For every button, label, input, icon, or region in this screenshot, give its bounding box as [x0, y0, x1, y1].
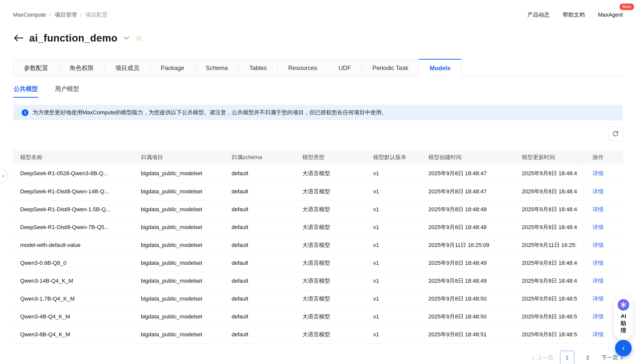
tab-udf[interactable]: UDF [328, 59, 362, 77]
model-schema: default [232, 183, 302, 200]
chevron-left-icon: ‹ [532, 354, 534, 361]
row-actions: 详情 [584, 254, 623, 272]
tab-models[interactable]: Models [419, 59, 461, 77]
breadcrumb-project-management[interactable]: 项目管理 [55, 11, 77, 19]
nav-maxagent[interactable]: MaxAgent [598, 12, 623, 18]
detail-link[interactable]: 详情 [593, 206, 604, 212]
model-name: Qwen3-4B-Q4_K_M [13, 308, 141, 325]
model-type: 大语言模型 [302, 290, 373, 308]
col-updated-time: 模型更新时间 [522, 150, 584, 165]
next-page-label: 下一页 [601, 354, 618, 361]
model-schema: default [232, 308, 302, 325]
nav-help-docs[interactable]: 帮助文档 [563, 11, 585, 19]
table-row: Qwen3-8B-Q4_K_M bigdata_public_modelset … [13, 325, 623, 343]
detail-link[interactable]: 详情 [593, 188, 604, 195]
tab-param-config[interactable]: 参数配置 [13, 59, 59, 77]
subtab-user-models[interactable]: 用户模型 [54, 83, 80, 98]
model-name: DeepSeek-R1-Distill-Qwen-7B-Q5... [13, 218, 141, 236]
col-project: 归属项目 [141, 150, 232, 165]
table-row: DeepSeek-R1-Distill-Qwen-14B-Q... bigdat… [13, 183, 623, 200]
model-version: v1 [373, 308, 428, 325]
model-project: bigdata_public_modelset [141, 254, 232, 272]
tab-resources[interactable]: Resources [277, 59, 328, 77]
model-type: 大语言模型 [302, 218, 373, 236]
model-schema: default [232, 325, 302, 343]
model-project: bigdata_public_modelset [141, 272, 232, 290]
model-updated: 2025年9月8日 18:48:4 [522, 218, 584, 236]
refresh-icon [612, 130, 619, 137]
tab-project-members[interactable]: 项目成员 [104, 59, 150, 77]
model-updated: 2025年9月8日 18:48:4 [522, 272, 584, 290]
model-version: v1 [373, 290, 428, 308]
model-name: DeepSeek-R1-0528-Qwen3-8B-Q... [13, 165, 141, 183]
model-project: bigdata_public_modelset [141, 165, 232, 183]
detail-link[interactable]: 详情 [593, 260, 604, 266]
top-nav: 产品动态 帮助文档 MaxAgent [527, 11, 623, 19]
model-project: bigdata_public_modelset [141, 218, 232, 236]
top-bar: MaxCompute / 项目管理 / 项目配置 产品动态 帮助文档 MaxAg… [0, 0, 636, 19]
model-updated: 2025年9月8日 18:48:4 [522, 183, 584, 200]
model-name: Qwen3-1.7B-Q4_K_M [13, 290, 141, 308]
row-actions: 详情 [584, 165, 623, 183]
model-version: v1 [373, 325, 428, 343]
prev-page-button[interactable]: ‹ 上一页 [532, 354, 553, 361]
col-model-name: 模型名称 [13, 150, 141, 165]
detail-link[interactable]: 详情 [593, 296, 604, 302]
tab-periodic-task[interactable]: Periodic Task [362, 59, 419, 77]
page-2-button[interactable]: 2 [581, 351, 595, 364]
model-project: bigdata_public_modelset [141, 200, 232, 218]
ai-assistant-widget[interactable]: AI助理 [614, 295, 633, 340]
model-created: 2025年9月8日 18:48:47 [428, 183, 522, 200]
detail-link[interactable]: 详情 [593, 242, 604, 248]
table-row: Qwen3-0.6B-Q8_0 bigdata_public_modelset … [13, 254, 623, 272]
tab-package[interactable]: Package [150, 59, 195, 77]
detail-link[interactable]: 详情 [593, 170, 604, 176]
model-schema: default [232, 200, 302, 218]
breadcrumb-maxcompute[interactable]: MaxCompute [13, 12, 46, 18]
model-type: 大语言模型 [302, 325, 373, 343]
col-created-time: 模型创建时间 [428, 150, 522, 165]
col-actions: 操作 [584, 150, 623, 165]
detail-link[interactable]: 详情 [593, 313, 604, 320]
detail-link[interactable]: 详情 [593, 331, 604, 338]
model-updated: 2025年9月8日 18:48:4 [522, 254, 584, 272]
tab-schema[interactable]: Schema [195, 59, 238, 77]
page-1-button[interactable]: 1 [560, 351, 574, 364]
model-created: 2025年9月8日 18:48:49 [428, 254, 522, 272]
project-switcher-chevron-down-icon[interactable] [123, 36, 130, 40]
model-name: DeepSeek-R1-Distill-Qwen-14B-Q... [13, 183, 141, 200]
model-created: 2025年9月8日 18:48:47 [428, 165, 522, 183]
row-actions: 详情 [584, 236, 623, 254]
refresh-button[interactable] [608, 126, 623, 141]
model-type: 大语言模型 [302, 308, 373, 325]
model-project: bigdata_public_modelset [141, 236, 232, 254]
subtab-bar: 公共模型 用户模型 [13, 83, 623, 98]
breadcrumb-separator: / [50, 12, 51, 18]
collapse-sidebar-button[interactable]: ‹ [615, 340, 632, 356]
page: MaxCompute / 项目管理 / 项目配置 产品动态 帮助文档 MaxAg… [0, 0, 636, 364]
model-version: v1 [373, 254, 428, 272]
col-model-type: 模型类型 [302, 150, 373, 165]
nav-product-news[interactable]: 产品动态 [527, 11, 550, 19]
back-button[interactable] [13, 34, 24, 42]
model-created: 2025年9月8日 18:48:48 [428, 218, 522, 236]
table-row: DeepSeek-R1-0528-Qwen3-8B-Q... bigdata_p… [13, 165, 623, 183]
model-schema: default [232, 218, 302, 236]
table-header-row: 模型名称 归属项目 归属schema 模型类型 模型默认版本 模型创建时间 模型… [13, 150, 623, 165]
model-created: 2025年9月8日 18:48:51 [428, 325, 522, 343]
ai-assistant-label: AI助理 [619, 313, 628, 334]
model-schema: default [232, 254, 302, 272]
model-type: 大语言模型 [302, 200, 373, 218]
tab-tables[interactable]: Tables [238, 59, 277, 77]
chevron-left-icon: ‹ [622, 343, 625, 352]
model-version: v1 [373, 183, 428, 200]
col-default-version: 模型默认版本 [373, 150, 428, 165]
breadcrumb-project-config: 项目配置 [85, 11, 108, 19]
favorite-star-icon[interactable]: ☆ [135, 34, 142, 42]
tab-role-permission[interactable]: 角色权限 [59, 59, 104, 77]
model-version: v1 [373, 236, 428, 254]
detail-link[interactable]: 详情 [593, 278, 604, 284]
banner-text: 为方便您更好地使用MaxCompute的模型能力，为您提供以下公共模型。请注意，… [33, 109, 387, 116]
subtab-public-models[interactable]: 公共模型 [13, 83, 38, 98]
detail-link[interactable]: 详情 [593, 224, 604, 230]
